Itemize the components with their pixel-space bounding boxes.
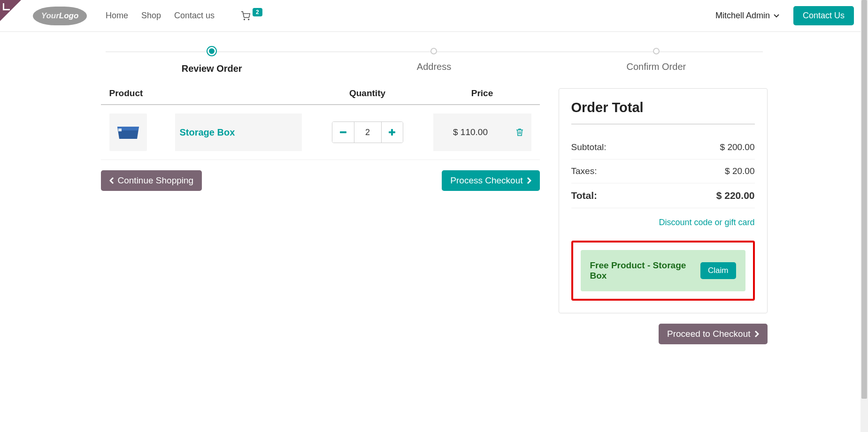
summary-row-taxes: Taxes: $ 20.00 [571, 159, 755, 183]
dev-corner-badge[interactable] [0, 0, 21, 21]
order-total-card: Order Total Subtotal: $ 200.00 Taxes: $ … [559, 88, 768, 313]
product-link[interactable]: Storage Box [180, 127, 235, 138]
logo-text-1: Your [41, 11, 59, 21]
nav-contact[interactable]: Contact us [174, 11, 215, 21]
cart-panel: Product Quantity Price Storage Box 2 [101, 88, 540, 191]
caret-down-icon [774, 14, 779, 18]
nav-home[interactable]: Home [106, 11, 128, 21]
summary-panel: Order Total Subtotal: $ 200.00 Taxes: $ … [559, 88, 768, 344]
summary-row-total: Total: $ 220.00 [571, 183, 755, 208]
reward-text: Free Product - Storage Box [590, 260, 698, 281]
summary-value: $ 220.00 [716, 190, 755, 201]
discount-link-wrap: Discount code or gift card [571, 218, 755, 227]
svg-rect-5 [389, 131, 395, 133]
scrollbar-thumb[interactable] [861, 0, 867, 399]
logo-text-2: Logo [59, 11, 79, 21]
step-dot-icon [430, 48, 437, 54]
vertical-scrollbar[interactable] [860, 0, 868, 432]
continue-shopping-label: Continue Shopping [118, 175, 194, 186]
chevron-left-icon [109, 177, 114, 184]
delete-cell [508, 114, 531, 151]
main-container: Review Order Address Confirm Order Produ… [101, 32, 768, 344]
qty-increase-button[interactable] [381, 122, 403, 143]
proceed-label: Proceed to Checkout [667, 329, 750, 339]
continue-shopping-button[interactable]: Continue Shopping [101, 170, 202, 191]
reward-banner: Free Product - Storage Box Claim [581, 250, 745, 291]
process-checkout-label: Process Checkout [450, 175, 522, 186]
chevron-right-icon [754, 330, 759, 338]
nav-shop[interactable]: Shop [141, 11, 161, 21]
trash-icon [516, 128, 523, 136]
summary-label: Taxes: [571, 166, 597, 176]
storage-box-icon [115, 124, 141, 141]
step-label: Review Order [101, 63, 323, 74]
discount-code-link[interactable]: Discount code or gift card [659, 218, 754, 227]
step-dot-icon [653, 48, 660, 54]
step-address[interactable]: Address [323, 46, 545, 72]
col-price: Price [433, 88, 531, 99]
checkout-stepper: Review Order Address Confirm Order [101, 46, 768, 74]
summary-label: Subtotal: [571, 142, 607, 152]
user-name: Mitchell Admin [715, 11, 770, 21]
user-menu[interactable]: Mitchell Admin [715, 11, 779, 21]
svg-point-0 [244, 19, 245, 20]
header: YourLogo Home Shop Contact us 2 Mitchell… [0, 0, 868, 32]
site-logo[interactable]: YourLogo [33, 7, 87, 25]
cart-header-row: Product Quantity Price [101, 88, 540, 105]
cart-count-badge: 2 [253, 8, 262, 16]
col-quantity: Quantity [302, 88, 433, 99]
nav-links: Home Shop Contact us [106, 11, 215, 21]
svg-rect-3 [340, 131, 346, 133]
svg-point-1 [248, 19, 249, 20]
cart-link[interactable]: 2 [240, 11, 262, 21]
minus-icon [340, 131, 346, 133]
summary-value: $ 200.00 [720, 142, 755, 152]
cart-buttons-row: Continue Shopping Process Checkout [101, 170, 540, 191]
price-cell: $ 110.00 [433, 114, 508, 151]
process-checkout-button[interactable]: Process Checkout [442, 170, 539, 191]
summary-label: Total: [571, 190, 598, 201]
step-label: Address [323, 61, 545, 72]
quantity-cell: 2 [302, 121, 433, 143]
product-image[interactable] [109, 114, 147, 151]
product-name-cell: Storage Box [175, 114, 302, 151]
step-label: Confirm Order [545, 61, 767, 72]
claim-reward-button[interactable]: Claim [700, 262, 736, 279]
qty-input[interactable]: 2 [354, 122, 381, 143]
col-product: Product [109, 88, 302, 99]
summary-row-subtotal: Subtotal: $ 200.00 [571, 136, 755, 159]
svg-rect-2 [118, 129, 122, 131]
contact-us-button[interactable]: Contact Us [793, 6, 854, 25]
cart-icon [240, 11, 251, 21]
remove-item-button[interactable] [516, 128, 523, 137]
summary-value: $ 20.00 [725, 166, 754, 176]
proceed-to-checkout-button[interactable]: Proceed to Checkout [659, 324, 767, 344]
cart-row: Storage Box 2 $ 110.00 [101, 105, 540, 160]
qty-decrease-button[interactable] [332, 122, 354, 143]
step-dot-icon [207, 46, 217, 56]
order-total-title: Order Total [571, 100, 755, 115]
proceed-row: Proceed to Checkout [559, 324, 768, 344]
chevron-right-icon [527, 177, 531, 184]
reward-highlight-box: Free Product - Storage Box Claim [571, 241, 755, 301]
step-review-order[interactable]: Review Order [101, 46, 323, 74]
step-confirm-order[interactable]: Confirm Order [545, 46, 767, 72]
quantity-stepper: 2 [332, 121, 403, 143]
plus-icon [389, 129, 395, 136]
